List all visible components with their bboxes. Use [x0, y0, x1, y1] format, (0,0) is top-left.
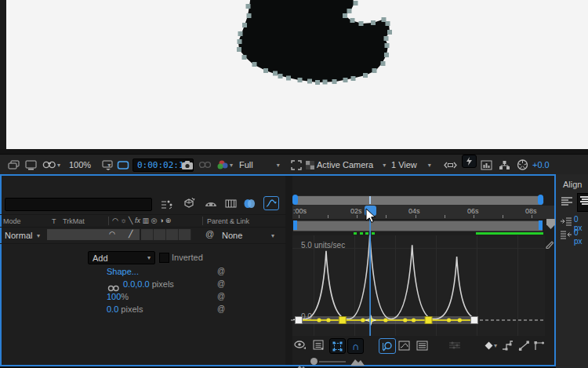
grid-guides-icon[interactable]	[102, 155, 114, 175]
mask-feather-value[interactable]: 0.0,0.0 pixels	[123, 279, 174, 289]
work-area-bar[interactable]	[293, 220, 543, 231]
speed-max-label: 5.0 units/sec	[301, 241, 345, 250]
ruler-label: :00s	[293, 207, 307, 215]
region-of-interest-icon[interactable]	[291, 155, 302, 175]
3d-view-dropdown[interactable]: Active Camera▾	[317, 155, 386, 175]
render-cache-dot	[354, 232, 357, 235]
work-area-start-handle[interactable]	[293, 220, 297, 230]
stopwatch-icon[interactable]: @	[217, 267, 225, 275]
ruler-label: 04s	[408, 207, 420, 215]
switch-cell[interactable]	[166, 229, 179, 240]
time-ruler[interactable]: :00s 02s 04s 06s 08s	[292, 206, 554, 220]
indent-right-value[interactable]: 0 px	[574, 228, 588, 246]
transform-box-icon[interactable]	[329, 338, 346, 354]
quality-switch[interactable]: ╱	[129, 230, 132, 238]
frame-blend-icon[interactable]	[225, 198, 237, 212]
stopwatch-icon[interactable]: @	[217, 304, 225, 313]
column-parent-link[interactable]: Parent & Link	[207, 217, 249, 225]
graph-pen-icon[interactable]	[545, 238, 554, 252]
always-preview-icon[interactable]	[8, 155, 20, 175]
shy-layers-icon[interactable]	[205, 199, 217, 213]
main-viewer-icon[interactable]	[25, 155, 37, 175]
composition-toolbar: ▾ 100% ▾ 0:00:02:15 ▾ Full▾	[0, 154, 588, 175]
mask-opacity-value[interactable]: 100%	[107, 292, 129, 301]
mask-visibility-icon[interactable]	[117, 155, 129, 175]
work-area-end-handle[interactable]	[539, 220, 543, 230]
graph-editor-area[interactable]	[292, 235, 545, 336]
render-cache-dot	[360, 232, 363, 235]
playhead-handle[interactable]	[365, 206, 376, 216]
auto-zoom-graph-icon[interactable]	[379, 338, 396, 354]
indent-left-icon[interactable]	[560, 215, 572, 229]
column-divider	[202, 217, 203, 225]
parent-pickwhip-icon[interactable]: @	[205, 229, 214, 239]
blend-mode-dropdown[interactable]: Normal	[5, 231, 32, 240]
comp-flowchart-icon[interactable]	[499, 155, 510, 175]
stopwatch-icon[interactable]: @	[217, 292, 225, 301]
zoom-in-mountain-icon[interactable]	[350, 355, 365, 368]
mask-expansion-value[interactable]: 0.0 pixels	[107, 304, 143, 314]
timeline-graph-divider[interactable]	[285, 176, 292, 365]
render-cache-dot	[365, 232, 368, 235]
trkmat-area[interactable]	[47, 229, 140, 240]
render-cache-dot	[372, 232, 375, 235]
pixel-aspect-icon[interactable]	[444, 155, 457, 175]
inverted-checkbox[interactable]	[159, 253, 169, 263]
timeline-search-input[interactable]	[5, 198, 152, 211]
exposure-value[interactable]: +0.0	[532, 155, 550, 175]
switch-cell[interactable]	[179, 229, 191, 240]
time-navigator-bar[interactable]	[293, 195, 544, 206]
show-snapshot-icon[interactable]	[198, 155, 212, 175]
reset-exposure-icon[interactable]	[517, 155, 528, 175]
keyframe-diamond-icon[interactable]: ▾	[484, 338, 497, 352]
motion-blur-icon[interactable]	[243, 198, 256, 212]
column-trkmat[interactable]: TrkMat	[63, 217, 85, 225]
timeline-button-icon[interactable]	[481, 155, 492, 175]
separate-dimensions-icon[interactable]	[448, 338, 463, 352]
ruler-label: 08s	[525, 207, 537, 215]
mask-mode-dropdown[interactable]: Add▾	[88, 251, 155, 264]
indent-right-icon[interactable]	[560, 228, 572, 242]
graph-editor-toggle-icon[interactable]	[263, 196, 279, 210]
navigator-start-handle[interactable]	[292, 195, 298, 205]
linear-interpolation-icon[interactable]	[518, 338, 530, 352]
zoom-slider-track[interactable]	[319, 361, 346, 363]
choose-graph-type-icon[interactable]	[294, 338, 307, 352]
column-t[interactable]: T	[52, 217, 56, 225]
draft-3d-icon[interactable]	[183, 197, 196, 213]
align-center-icon[interactable]	[577, 193, 588, 212]
transparency-grid-icon[interactable]	[305, 155, 315, 175]
resolution-dropdown[interactable]: Full▾	[239, 155, 280, 175]
mini-flowchart-icon[interactable]	[161, 199, 173, 213]
align-left-icon[interactable]	[561, 196, 573, 206]
snap-magnet-icon[interactable]: ∩	[347, 338, 364, 354]
view-options-goggles-icon[interactable]: ▾	[42, 155, 60, 175]
align-panel: Align 0 px 0 px	[556, 174, 588, 368]
filter-properties-icon[interactable]	[313, 338, 325, 352]
composition-canvas[interactable]	[6, 0, 588, 149]
shy-switch[interactable]: ◠	[109, 230, 115, 238]
switch-cell[interactable]	[154, 229, 166, 240]
navigator-playhead-tick	[369, 196, 371, 204]
mask-path-value[interactable]: Shape...	[107, 267, 139, 276]
bezier-interpolation-icon[interactable]	[534, 338, 545, 352]
parent-dropdown[interactable]: None	[222, 231, 242, 240]
switch-cell[interactable]	[141, 229, 154, 240]
hold-interpolation-icon[interactable]	[502, 338, 514, 352]
column-mode[interactable]: Mode	[3, 217, 21, 225]
zoom-out-mountain-icon[interactable]	[296, 359, 307, 368]
view-layout-dropdown[interactable]: 1 View▾	[391, 155, 431, 175]
switches-header-icons: ◠ ☼ ╲ fx ▥ ◎ ◑ ⊕	[112, 217, 171, 224]
show-channels-icon[interactable]: ▾	[216, 155, 233, 175]
snapshot-camera-icon[interactable]	[181, 155, 194, 175]
fast-previews-icon[interactable]	[462, 155, 477, 168]
align-panel-title[interactable]: Align	[563, 180, 582, 189]
timeline-zoom-slider[interactable]	[310, 358, 318, 365]
speed-zero-label: 0.0	[301, 312, 312, 321]
stopwatch-icon[interactable]: @	[217, 279, 225, 288]
fit-selection-icon[interactable]	[398, 338, 410, 352]
chevron-down-icon: ▾	[37, 232, 40, 239]
navigator-end-handle[interactable]	[538, 195, 543, 205]
row-separator	[0, 214, 286, 215]
fit-all-graphs-icon[interactable]	[416, 338, 428, 352]
